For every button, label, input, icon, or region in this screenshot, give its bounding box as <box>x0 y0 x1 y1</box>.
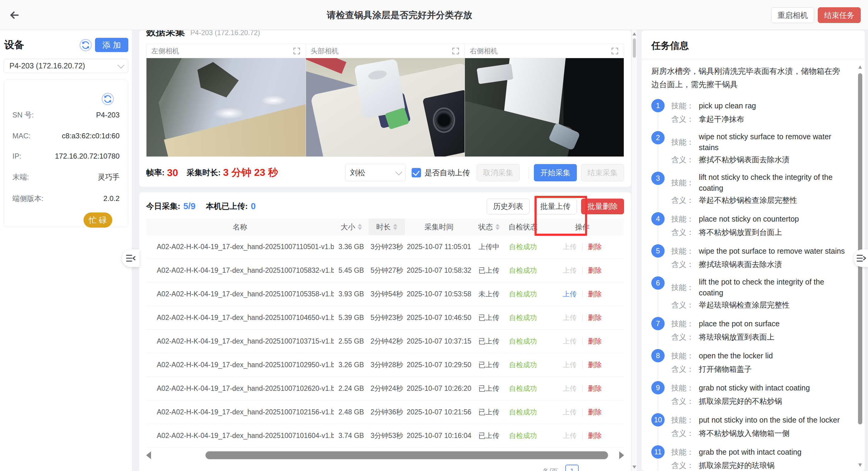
pagination: 条/页 1 <box>146 465 624 471</box>
upload-action-link[interactable]: 上传 <box>563 289 577 299</box>
skill-item: 2 技能： wipe not sticky surface to remove … <box>651 131 846 166</box>
delete-action-link[interactable]: 删除 <box>588 360 602 370</box>
skill-label: 技能： <box>671 137 694 147</box>
delete-action-link[interactable]: 删除 <box>588 384 602 393</box>
upload-status-cell: 已上传 <box>473 407 505 417</box>
table-row: A02-A02-H-K-04-19_17-dex_hand-2025100710… <box>146 377 624 401</box>
restart-camera-button[interactable]: 重启相机 <box>771 7 814 23</box>
file-duration-cell: 2分钟42秒 <box>369 337 405 346</box>
camera-label: 头部相机 <box>311 46 339 56</box>
horizontal-scroll-track[interactable] <box>155 451 616 460</box>
delete-action-link[interactable]: 删除 <box>588 289 602 299</box>
delete-action-link[interactable]: 删除 <box>588 313 602 322</box>
device-info-label: IP: <box>12 152 21 160</box>
self-check-status-cell: 自检成功 <box>505 313 541 322</box>
skill-text: place not sticky on countertop <box>699 213 799 224</box>
upload-action-link[interactable]: 上传 <box>563 431 577 440</box>
upload-action-link[interactable]: 上传 <box>563 384 577 393</box>
camera-feed <box>306 58 465 157</box>
scroll-up-arrow-icon[interactable] <box>858 65 862 69</box>
upload-action-link[interactable]: 上传 <box>563 313 577 322</box>
upload-action-link[interactable]: 上传 <box>563 407 577 417</box>
start-collect-button[interactable]: 开始采集 <box>534 164 577 181</box>
scroll-left-arrow-icon[interactable] <box>146 451 151 459</box>
device-panel-title: 设备 <box>4 38 79 52</box>
scroll-down-arrow-icon[interactable] <box>632 466 636 469</box>
action-divider <box>582 267 583 275</box>
action-divider <box>582 361 583 369</box>
skill-label: 技能： <box>671 282 694 292</box>
collect-time-cell: 2025-10-07 10:53:58 <box>405 290 473 298</box>
page-title: 请检查锅具涂层是否完好并分类存放 <box>0 0 868 30</box>
self-check-status-cell: 自检成功 <box>505 242 541 252</box>
fps-value: 30 <box>167 167 178 179</box>
collapse-sidebar-tab[interactable] <box>122 249 140 267</box>
self-check-status-cell: 自检成功 <box>505 289 541 299</box>
row-actions-cell: 上传 删除 <box>541 431 623 440</box>
vertical-scroll-thumb[interactable] <box>633 38 636 58</box>
operator-select[interactable]: 刘松 <box>345 164 406 181</box>
device-info-label: 端侧版本: <box>12 194 43 203</box>
skill-item: 9 技能： grab not sticky with intact coatin… <box>651 381 846 408</box>
device-info-label: MAC: <box>12 132 31 140</box>
delete-action-link[interactable]: 删除 <box>588 242 602 252</box>
delete-action-link[interactable]: 删除 <box>588 431 602 440</box>
camera-feed <box>465 58 624 157</box>
table-row: A02-A02-H-K-04-19_17-dex_hand-2025100710… <box>146 259 624 282</box>
top-bar: 请检查锅具涂层是否完好并分类存放 重启相机 结束任务 <box>0 0 868 30</box>
column-header-4[interactable]: 状态 <box>473 219 505 235</box>
self-check-status-cell: 自检成功 <box>505 337 541 346</box>
refresh-devices-icon[interactable] <box>79 39 92 52</box>
meaning-label: 含义： <box>671 332 694 342</box>
upload-action-link[interactable]: 上传 <box>563 360 577 370</box>
camera-panel: 头部相机 <box>306 44 465 157</box>
collect-time-cell: 2025-10-07 10:58:32 <box>405 266 473 275</box>
history-list-button[interactable]: 历史列表 <box>487 198 530 214</box>
scroll-up-arrow-icon[interactable] <box>632 32 636 35</box>
fullscreen-icon[interactable] <box>452 47 460 55</box>
skill-label: 技能： <box>671 319 694 329</box>
column-header-1[interactable]: 大小 <box>334 219 369 235</box>
row-actions-cell: 上传 删除 <box>541 313 623 322</box>
refresh-device-info-icon[interactable] <box>101 93 114 105</box>
upload-status-cell: 已上传 <box>473 360 505 370</box>
sort-caret-icon[interactable] <box>393 224 397 230</box>
horizontal-scroll-thumb[interactable] <box>206 451 608 459</box>
scroll-right-arrow-icon[interactable] <box>619 451 624 459</box>
batch-delete-button[interactable]: 批量删除 <box>581 198 624 214</box>
skill-item: 8 技能： open the the locker lid 含义： 打开储物箱盖… <box>651 349 846 376</box>
scroll-down-arrow-icon[interactable] <box>858 464 862 467</box>
auto-upload-checkbox[interactable] <box>412 168 421 177</box>
add-device-button[interactable]: 添 加 <box>95 38 128 52</box>
file-size-cell: 3.26 GB <box>334 361 369 369</box>
cancel-collect-button[interactable]: 取消采集 <box>477 164 520 181</box>
column-header-2[interactable]: 时长 <box>369 219 405 235</box>
batch-upload-button[interactable]: 批量上传 <box>534 198 577 214</box>
column-header-5: 自检状态 <box>505 219 541 235</box>
device-select[interactable]: P4-203 (172.16.20.72) <box>4 59 128 73</box>
task-scroll-thumb[interactable] <box>858 73 862 425</box>
page-number-button[interactable]: 1 <box>565 465 579 471</box>
page-size-suffix[interactable]: 条/页 <box>542 467 558 471</box>
finish-collect-button[interactable]: 结束采集 <box>581 164 624 181</box>
collapse-task-panel-tab[interactable] <box>854 249 868 267</box>
delete-action-link[interactable]: 删除 <box>588 266 602 275</box>
sort-caret-icon[interactable] <box>358 224 362 230</box>
upload-action-link[interactable]: 上传 <box>563 242 577 252</box>
delete-action-link[interactable]: 删除 <box>588 337 602 346</box>
skill-item: 5 技能： wipe the pot surface to remove wat… <box>651 244 846 271</box>
meaning-label: 含义： <box>671 396 694 406</box>
upload-action-link[interactable]: 上传 <box>563 266 577 275</box>
local-uploaded-label: 本机已上传: <box>206 201 248 212</box>
fullscreen-icon[interactable] <box>611 47 619 55</box>
upload-action-link[interactable]: 上传 <box>563 337 577 346</box>
meaning-label: 含义： <box>671 227 694 237</box>
main-vertical-scrollbar <box>632 30 637 471</box>
sort-caret-icon[interactable] <box>495 224 500 230</box>
delete-action-link[interactable]: 删除 <box>588 407 602 417</box>
fullscreen-icon[interactable] <box>293 47 301 55</box>
end-task-button[interactable]: 结束任务 <box>818 7 861 23</box>
table-row: A02-A02-H-K-04-19_17-dex_hand-2025100710… <box>146 424 624 448</box>
skill-text: wipe the pot surface to remove water sta… <box>699 246 845 256</box>
skill-number-badge: 3 <box>651 171 664 185</box>
